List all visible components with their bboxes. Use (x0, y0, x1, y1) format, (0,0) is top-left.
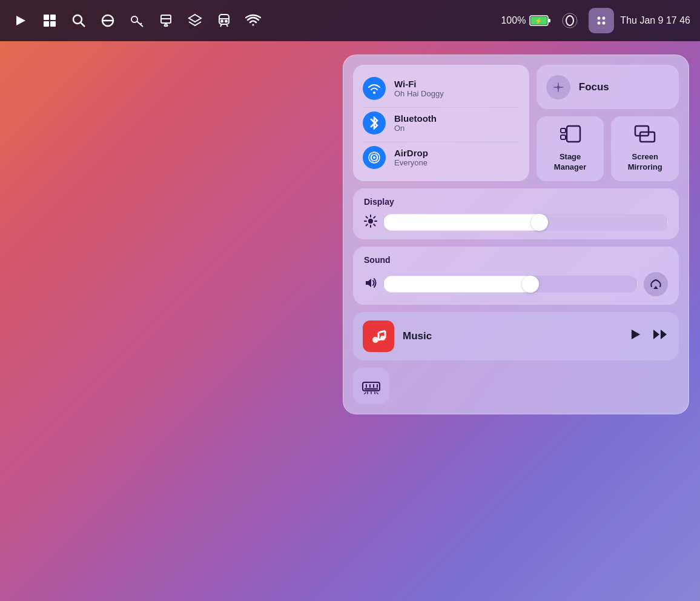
sound-title: Sound (364, 255, 668, 265)
fast-forward-button[interactable] (652, 327, 669, 345)
brightness-icon (364, 214, 377, 231)
reeder-icon[interactable] (10, 10, 31, 32)
stage-manager-button[interactable]: StageManager (537, 116, 604, 181)
keyboard-brightness-button[interactable] (353, 368, 389, 404)
display-section: Display (353, 188, 679, 239)
screen-mirroring-button[interactable]: ScreenMirroring (611, 116, 679, 181)
stage-manager-label: StageManager (554, 152, 586, 173)
svg-rect-1 (44, 15, 49, 20)
cc-right-col: Focus StageManager (537, 65, 679, 181)
bluetooth-icon-circle (363, 111, 386, 134)
svg-point-38 (556, 85, 560, 88)
battery-icon: ⚡ (529, 14, 551, 27)
airdrop-item[interactable]: AirDrop Everyone (363, 142, 520, 173)
svg-rect-4 (50, 21, 56, 27)
svg-marker-62 (661, 330, 667, 339)
svg-rect-3 (44, 21, 49, 27)
cc-bottom-row (353, 368, 679, 404)
svg-marker-17 (189, 15, 201, 22)
svg-point-9 (131, 16, 137, 22)
siri-button[interactable] (557, 8, 583, 33)
screen-mirroring-label: ScreenMirroring (628, 152, 662, 173)
stop-icon[interactable] (97, 10, 119, 32)
transit-icon[interactable] (155, 10, 177, 32)
wifi-title: Wi-Fi (394, 79, 444, 89)
svg-point-5 (73, 15, 82, 24)
play-button[interactable] (628, 327, 642, 345)
svg-point-33 (603, 22, 606, 25)
volume-slider[interactable] (383, 276, 638, 293)
focus-button[interactable]: Focus (537, 65, 679, 109)
wifi-subtitle: Oh Hai Doggy (394, 89, 444, 98)
menubar-right: 100% ⚡ (501, 8, 690, 33)
battery-percent-label: 100% (501, 15, 526, 26)
svg-rect-39 (567, 126, 580, 142)
stage-manager-icon (560, 125, 581, 147)
svg-rect-2 (50, 15, 56, 20)
airplay-button[interactable] (644, 272, 668, 296)
focus-label: Focus (579, 81, 609, 93)
wifi-item[interactable]: Wi-Fi Oh Hai Doggy (363, 73, 520, 104)
music-app-icon (363, 320, 394, 352)
airdrop-subtitle: Everyone (394, 158, 428, 167)
wifi-icon-circle (363, 77, 386, 100)
svg-point-44 (368, 219, 373, 224)
mosaic-icon[interactable] (39, 10, 61, 32)
svg-line-50 (374, 224, 375, 225)
focus-icon (546, 75, 570, 99)
bluetooth-item[interactable]: Bluetooth On (363, 107, 520, 138)
svg-rect-41 (561, 135, 566, 139)
layers-icon[interactable] (184, 10, 206, 32)
wifi-text: Wi-Fi Oh Hai Doggy (394, 79, 444, 98)
control-center-panel: Wi-Fi Oh Hai Doggy Bluetooth On (343, 55, 689, 414)
volume-slider-row (364, 272, 668, 296)
svg-point-19 (221, 21, 223, 22)
svg-point-20 (225, 21, 227, 22)
svg-line-72 (365, 393, 366, 394)
bluetooth-title: Bluetooth (394, 113, 437, 124)
svg-line-11 (140, 23, 142, 24)
cc-stage-mirror-row: StageManager ScreenMirroring (537, 116, 679, 181)
datetime-display: Thu Jan 9 17 46 (620, 15, 690, 26)
svg-rect-43 (640, 132, 655, 142)
battery-display: 100% ⚡ (501, 14, 551, 27)
svg-point-34 (373, 91, 375, 94)
menubar-left (10, 10, 498, 32)
subway-icon[interactable] (213, 10, 235, 32)
sound-section: Sound (353, 247, 679, 305)
brightness-slider-row (364, 214, 668, 231)
svg-line-51 (374, 216, 375, 217)
svg-marker-60 (632, 330, 640, 339)
brightness-thumb[interactable] (531, 214, 548, 231)
wifi-menubar-icon[interactable] (242, 10, 264, 32)
cc-top-row: Wi-Fi Oh Hai Doggy Bluetooth On (353, 65, 679, 181)
svg-line-52 (366, 224, 368, 225)
svg-line-57 (378, 331, 385, 333)
svg-line-49 (366, 216, 368, 217)
bluetooth-subtitle: On (394, 124, 437, 133)
volume-thumb[interactable] (522, 276, 539, 293)
airdrop-title: AirDrop (394, 148, 428, 158)
airdrop-text: AirDrop Everyone (394, 148, 428, 167)
svg-rect-40 (561, 128, 566, 133)
svg-line-73 (377, 393, 378, 394)
svg-text:⚡: ⚡ (535, 17, 543, 25)
svg-rect-42 (635, 126, 649, 136)
brightness-slider[interactable] (383, 214, 668, 231)
svg-point-29 (566, 16, 573, 25)
volume-icon (364, 276, 377, 293)
svg-point-37 (373, 156, 375, 159)
svg-marker-61 (653, 330, 659, 339)
display-title: Display (364, 197, 668, 207)
svg-point-31 (603, 17, 606, 20)
key-icon[interactable] (126, 10, 148, 32)
airdrop-icon-circle (363, 146, 386, 169)
menubar: 100% ⚡ (0, 0, 700, 41)
svg-marker-53 (653, 286, 658, 289)
music-controls (628, 327, 669, 345)
bluetooth-text: Bluetooth On (394, 113, 437, 133)
search-icon[interactable] (68, 10, 90, 32)
music-title: Music (403, 330, 619, 342)
svg-line-6 (81, 22, 85, 27)
control-center-button[interactable] (589, 8, 614, 33)
